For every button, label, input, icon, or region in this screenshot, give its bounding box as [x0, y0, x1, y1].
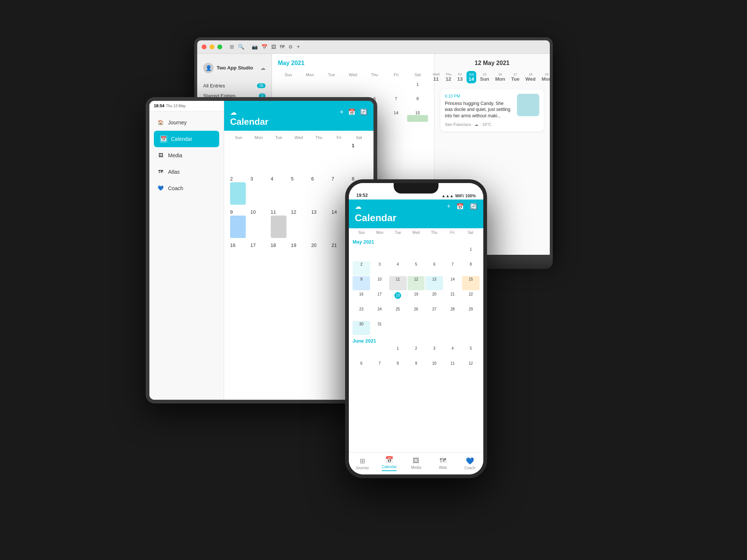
- phone-tab-calendar[interactable]: 📅 Calendar: [376, 456, 403, 471]
- p-jun-10[interactable]: 10: [425, 360, 443, 374]
- p-jun-2[interactable]: 2: [407, 345, 425, 359]
- p-cell-29[interactable]: 29: [462, 306, 480, 320]
- p-cell-18[interactable]: 18: [389, 291, 407, 305]
- t-cell-4[interactable]: 4: [269, 174, 288, 206]
- p-jun-1[interactable]: 1: [389, 345, 407, 359]
- week-day-15[interactable]: 15 Sun: [478, 71, 492, 83]
- p-jun-12[interactable]: 12: [462, 360, 480, 374]
- t-cell-11[interactable]: 11: [269, 208, 288, 239]
- p-cell-31[interactable]: 31: [371, 321, 388, 335]
- p-cell-7[interactable]: 7: [444, 261, 461, 275]
- p-cell-10[interactable]: 10: [371, 276, 388, 290]
- tablet-nav-journey[interactable]: 🏠 Journey: [151, 114, 222, 131]
- phone-tab-coach[interactable]: 💙 Coach: [456, 457, 483, 470]
- calendar-view-phone[interactable]: 📅: [456, 203, 464, 210]
- p-cell-20[interactable]: 20: [425, 291, 443, 305]
- media-icon[interactable]: 🖼: [271, 44, 276, 50]
- p-cell-14[interactable]: 14: [444, 276, 461, 290]
- p-cell-4[interactable]: 4: [389, 261, 407, 275]
- p-jun-5[interactable]: 5: [462, 345, 480, 359]
- maximize-button[interactable]: [217, 44, 222, 49]
- calendar-icon[interactable]: 📅: [261, 44, 267, 50]
- calendar-view-icon[interactable]: 📅: [348, 108, 356, 116]
- t-cell-12[interactable]: 12: [289, 208, 308, 239]
- t-cell-20[interactable]: 20: [310, 241, 328, 273]
- t-cell-17[interactable]: 17: [249, 241, 267, 273]
- sync-icon[interactable]: 🔄: [360, 108, 368, 116]
- t-cell-3[interactable]: 3: [249, 174, 267, 206]
- phone-tab-media[interactable]: 🖼 Media: [403, 457, 430, 470]
- p-cell-15[interactable]: 15: [462, 276, 480, 290]
- cal-cell-15[interactable]: 15: [407, 108, 428, 122]
- p-cell-22[interactable]: 22: [462, 291, 480, 305]
- p-cell-9[interactable]: 9: [353, 276, 370, 290]
- cal-cell-8[interactable]: 8: [407, 94, 428, 108]
- p-cell-21[interactable]: 21: [444, 291, 461, 305]
- t-cell-16[interactable]: 16: [229, 241, 247, 273]
- p-cell-19[interactable]: 19: [407, 291, 425, 305]
- phone-cal-scroll[interactable]: Sun Mon Tue Wed Thu Fri Sat May 2021: [349, 228, 483, 452]
- p-cell-16[interactable]: 16: [353, 291, 370, 305]
- cal-cell-7[interactable]: 7: [386, 94, 407, 108]
- week-day-14[interactable]: Sat 14: [467, 71, 476, 83]
- p-cell-5[interactable]: 5: [407, 261, 425, 275]
- week-day-13[interactable]: Fri 13: [455, 71, 465, 83]
- minimize-button[interactable]: [210, 44, 214, 49]
- p-cell-26[interactable]: 26: [407, 306, 425, 320]
- p-jun-4[interactable]: 4: [444, 345, 461, 359]
- t-cell-1[interactable]: 1: [350, 141, 369, 173]
- p-cell-17[interactable]: 17: [371, 291, 388, 305]
- p-cell-25[interactable]: 25: [389, 306, 407, 320]
- week-day-19[interactable]: 19 Mon: [539, 71, 550, 83]
- p-cell-8[interactable]: 8: [462, 261, 480, 275]
- p-cell-2[interactable]: 2: [353, 261, 370, 275]
- p-cell-13[interactable]: 13: [425, 276, 443, 290]
- sidebar-toggle-icon[interactable]: ⊞: [230, 44, 234, 50]
- p-cell-6[interactable]: 6: [425, 261, 443, 275]
- add-icon-phone[interactable]: +: [447, 203, 450, 210]
- tablet-nav-calendar[interactable]: 📅 Calendar: [154, 131, 219, 147]
- p-cell-11[interactable]: 11: [389, 276, 407, 290]
- t-cell-18[interactable]: 18: [269, 241, 288, 273]
- p-cell-28[interactable]: 28: [444, 306, 461, 320]
- cal-cell-1[interactable]: 1: [407, 80, 428, 93]
- p-jun-6[interactable]: 6: [353, 360, 370, 374]
- p-jun-7[interactable]: 7: [371, 360, 388, 374]
- p-jun-3[interactable]: 3: [425, 345, 443, 359]
- phone-tab-atlas[interactable]: 🗺 Atlas: [430, 457, 456, 470]
- add-entry-icon[interactable]: +: [297, 43, 300, 50]
- entry-card[interactable]: 6:10 PM Princess hugging Candy. She was …: [440, 89, 544, 132]
- sync-icon-phone[interactable]: 🔄: [470, 203, 477, 210]
- phone-tab-journey[interactable]: ⊞ Journey: [349, 457, 376, 470]
- p-jun-9[interactable]: 9: [407, 360, 425, 374]
- t-cell-9[interactable]: 9: [229, 208, 247, 239]
- p-jun-11[interactable]: 11: [444, 360, 461, 374]
- week-day-11[interactable]: Wed 11: [430, 71, 441, 83]
- t-cell-13[interactable]: 13: [310, 208, 328, 239]
- tablet-nav-media[interactable]: 🖼 Media: [151, 147, 222, 164]
- p-cell-30[interactable]: 30: [353, 321, 370, 335]
- week-day-18[interactable]: 18 Wed: [523, 71, 538, 83]
- settings-icon[interactable]: ⚙: [288, 44, 293, 50]
- cal-cell-14[interactable]: 14: [386, 108, 407, 122]
- p-jun-8[interactable]: 8: [389, 360, 407, 374]
- week-day-17[interactable]: 17 Tue: [509, 71, 522, 83]
- add-icon-tablet[interactable]: +: [340, 108, 344, 116]
- p-cell-3[interactable]: 3: [371, 261, 388, 275]
- t-cell-6[interactable]: 6: [310, 174, 328, 206]
- p-cell-12[interactable]: 12: [407, 276, 425, 290]
- t-cell-2[interactable]: 2: [229, 174, 247, 206]
- tablet-nav-coach[interactable]: 💙 Coach: [151, 180, 222, 197]
- sidebar-item-all-entries[interactable]: All Entries 26: [197, 81, 272, 91]
- close-button[interactable]: [202, 44, 207, 49]
- p-cell-1[interactable]: 1: [462, 246, 480, 260]
- search-icon[interactable]: 🔍: [238, 44, 244, 50]
- t-cell-5[interactable]: 5: [289, 174, 308, 206]
- t-cell-10[interactable]: 10: [249, 208, 267, 239]
- week-day-16[interactable]: 16 Mon: [493, 71, 508, 83]
- p-cell-27[interactable]: 27: [425, 306, 443, 320]
- atlas-icon[interactable]: 🗺: [280, 44, 285, 50]
- t-cell-19[interactable]: 19: [289, 241, 308, 273]
- tablet-nav-atlas[interactable]: 🗺 Atlas: [151, 164, 222, 180]
- week-day-12[interactable]: Thu 12: [443, 71, 454, 83]
